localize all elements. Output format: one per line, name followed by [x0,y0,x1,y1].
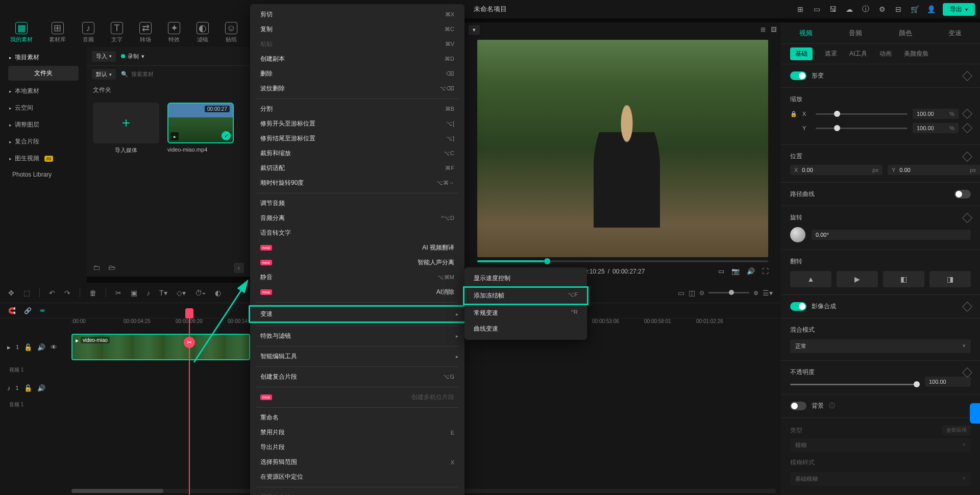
tl-select-icon[interactable]: ✥ [8,289,14,297]
ctx-item[interactable]: newAI 视频翻译 [250,240,464,255]
record-dropdown[interactable]: 录制 ▾ [121,53,144,60]
rotation-field[interactable] [812,230,971,240]
transform-toggle[interactable] [790,71,806,80]
insp-tab-speed[interactable]: 变速 [947,27,963,40]
ctx-item[interactable]: 裁切适配⌘F [250,161,464,176]
submenu-item[interactable]: 添加冻结帧⌥F [463,286,589,305]
ctx-item[interactable]: 修剪开头至游标位置⌥[ [250,116,464,131]
tl-undo-icon[interactable]: ↶ [49,289,55,297]
sidebar-folder[interactable]: 文件夹 [8,66,79,81]
ctx-item[interactable]: 顺时针旋转90度⌥⌘→ [250,176,464,190]
ctx-item[interactable]: 选择剪辑范围X [250,455,464,469]
blend-mode-select[interactable]: 正常 [790,339,971,353]
insp-sub-anim[interactable]: 动画 [879,47,892,60]
position-x-field[interactable]: Xpx [790,165,883,175]
insp-tab-audio[interactable]: 音频 [848,27,863,40]
tl-link-icon[interactable]: 🔗 [24,307,32,314]
info-icon[interactable]: ⓘ [861,5,870,14]
submenu-item[interactable]: 显示速度控制 [464,270,587,286]
ctx-item[interactable]: 在资源区中定位 [250,469,464,484]
new-bin-icon[interactable]: 🗁 [108,263,115,271]
scale-x-value[interactable]: 100.00% [913,109,959,119]
fullscreen-icon[interactable]: ⛶ [762,267,769,275]
ctx-item[interactable]: 复制⌘C [250,22,464,37]
audio-mute-icon[interactable]: 🔊 [37,384,45,392]
save-icon[interactable]: 🖫 [828,5,838,14]
opacity-value[interactable]: 100.00 [925,377,971,387]
path-toggle[interactable] [954,190,971,199]
import-media-button[interactable]: + [93,103,159,143]
import-dropdown[interactable]: 导入 [92,51,116,62]
tab-stock[interactable]: ⊞素材库 [49,22,66,43]
media-clip[interactable]: 00:00:27 ▸ ✓ video-miao.mp4 [167,103,234,154]
tl-speed-icon[interactable]: ⏱▾ [195,289,206,297]
opacity-slider[interactable] [790,384,920,385]
ctx-effects[interactable]: 特效与滤镜 [250,329,464,343]
preview-video[interactable] [477,40,768,257]
audio-lock-icon[interactable]: 🔓 [24,384,32,392]
position-y-field[interactable]: Ypx [888,165,980,175]
preview-source-dropdown[interactable]: ▾ [469,25,480,35]
scale-x-kf[interactable] [962,109,972,119]
cart-icon[interactable]: 🛒 [910,5,919,14]
flip-both[interactable]: ◧ [883,271,924,287]
image-view-icon[interactable]: 🖼 [771,26,777,33]
opacity-kf[interactable] [962,367,972,378]
sidebar-cloud[interactable]: 云空间 [4,100,83,116]
tab-filter[interactable]: ◐滤镜 [197,22,209,43]
submenu-item[interactable]: 常规变速^R [464,305,587,321]
submenu-item[interactable]: 曲线变速 [464,321,587,337]
sort-dropdown[interactable]: 默认 [92,69,116,80]
account-icon[interactable]: 👤 [926,5,936,14]
ctx-item[interactable]: 修剪结尾至游标位置⌥] [250,131,464,146]
scale-x-slider[interactable] [816,113,908,115]
tl-audio-icon[interactable]: ♪ [146,289,150,297]
ctx-smart-tools[interactable]: 智能编辑工具 [250,349,464,364]
tab-my-media[interactable]: ▦我的素材 [10,22,33,43]
snapshot-icon[interactable]: 📷 [731,267,740,275]
ctx-item[interactable]: 音频分离^⌥D [250,211,464,226]
lock-icon[interactable]: 🔒 [790,111,797,117]
ctx-item[interactable]: 语音转文字 [250,226,464,240]
tl-cut-icon[interactable]: ✂ [115,289,121,297]
sidebar-photos-library[interactable]: Photos Library [4,167,83,182]
audio-track-icon[interactable]: ♪ [7,384,11,392]
sidebar-project-media[interactable]: 项目素材 [4,51,83,64]
composite-toggle[interactable] [790,302,806,311]
insp-tab-video[interactable]: 视频 [798,27,814,40]
insp-sub-mask[interactable]: 遮罩 [825,47,837,60]
display-icon[interactable]: ▭ [718,267,724,275]
sidebar-compound[interactable]: 复合片段 [4,133,83,150]
scale-y-slider[interactable] [816,128,908,129]
tl-zoom-out[interactable]: ⊖ [699,289,704,296]
sidebar-adjustment[interactable]: 调整图层 [4,116,83,133]
settings-icon[interactable]: ⚙ [877,5,887,14]
ctx-item[interactable]: 调节音频 [250,196,464,211]
sidebar-img2video[interactable]: 图生视频AI [4,150,83,167]
tab-sticker[interactable]: ☺贴纸 [225,22,237,43]
flip-horizontal[interactable]: ▲ [790,271,831,287]
tl-zoom-slider[interactable] [708,292,749,293]
bg-apply-all[interactable]: 全部应用 [942,425,971,435]
ctx-item[interactable]: 波纹删除⌥⌫ [250,81,464,96]
collapse-icon[interactable]: ‹ [234,263,244,273]
playhead-cut-icon[interactable]: ✂ [184,337,195,348]
layout-icon[interactable]: ⊞ [796,5,805,14]
ctx-item[interactable]: 重命名 [250,410,464,425]
insp-sub-ai[interactable]: AI工具 [849,47,867,60]
tl-render-icon[interactable]: ▭ [678,289,684,297]
insp-sub-basic[interactable]: 基础 [790,47,813,60]
ctx-item[interactable]: new智能人声分离 [250,255,464,270]
ctx-item[interactable]: 禁用片段E [250,425,464,440]
tl-magnet-icon[interactable]: 🧲 [8,307,16,314]
ctx-item[interactable]: 分割⌘B [250,102,464,116]
store-icon[interactable]: ⊟ [894,5,903,14]
flip-reset[interactable]: ◨ [929,271,971,287]
track-visible-icon[interactable]: 👁 [51,343,57,351]
preview-scrubber[interactable] [477,260,768,262]
ctx-speed[interactable]: 变速 [249,305,466,323]
tab-audio[interactable]: ♪音频 [82,22,94,43]
rotation-knob[interactable] [790,227,805,242]
ctx-compound[interactable]: 创建复合片段⌥G [250,369,464,384]
monitor-icon[interactable]: ▭ [812,5,821,14]
